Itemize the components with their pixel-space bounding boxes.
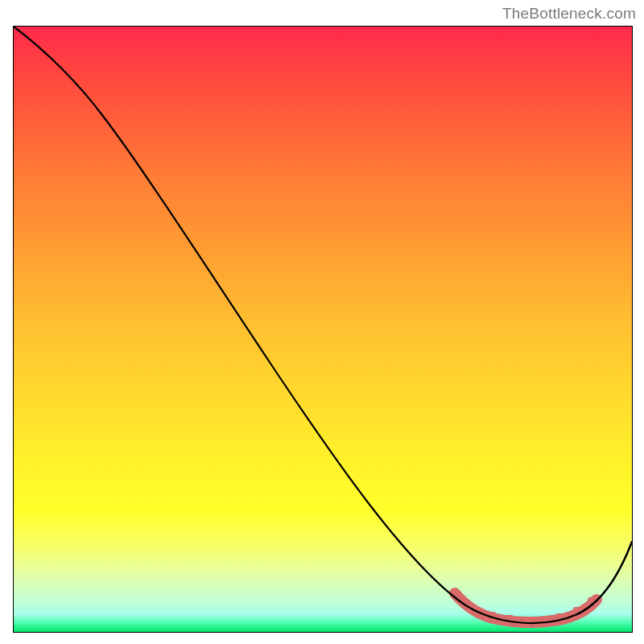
- chart-container: TheBottleneck.com: [0, 0, 644, 644]
- curve-layer: [14, 27, 632, 632]
- attribution-label: TheBottleneck.com: [502, 5, 636, 23]
- bottleneck-curve: [14, 27, 632, 623]
- plot-area: [13, 26, 633, 633]
